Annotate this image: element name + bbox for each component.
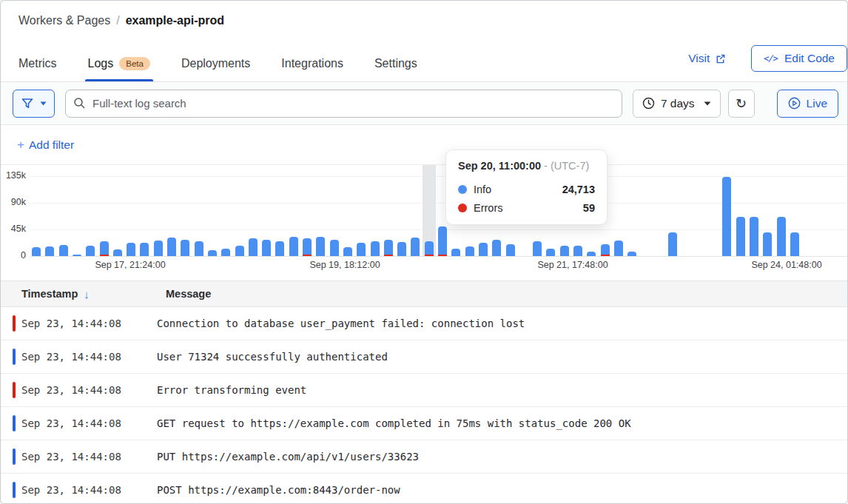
- log-table-body: Sep 23, 14:44:08Connection to database u…: [1, 307, 847, 504]
- tab-logs[interactable]: LogsBeta: [88, 57, 150, 81]
- search-input[interactable]: [65, 90, 622, 118]
- tab-metrics[interactable]: Metrics: [18, 57, 57, 81]
- tab-label: Logs: [88, 57, 114, 70]
- chart-bar[interactable]: [546, 249, 555, 256]
- log-row[interactable]: Sep 23, 14:44:08POST https://example.com…: [1, 474, 847, 504]
- chart-tooltip: Sep 20, 11:00:00 - (UTC-7) Info24,713Err…: [445, 149, 608, 225]
- chart-bar[interactable]: [587, 252, 596, 256]
- chart-bar[interactable]: [533, 241, 542, 256]
- chart-bar[interactable]: [601, 244, 610, 256]
- log-row[interactable]: Sep 23, 14:44:08PUT https://example.com/…: [1, 440, 847, 474]
- log-row[interactable]: Sep 23, 14:44:08GET request to https://e…: [1, 407, 847, 440]
- series-dot-icon: [458, 204, 467, 212]
- tab-integrations[interactable]: Integrations: [281, 57, 343, 81]
- chart-bar[interactable]: [167, 238, 176, 256]
- chart-bar[interactable]: [303, 238, 312, 256]
- refresh-button[interactable]: ↻: [728, 90, 755, 118]
- chart-bar[interactable]: [560, 246, 569, 256]
- chart-bar-error-segment: [601, 255, 610, 256]
- tab-label: Settings: [374, 57, 417, 70]
- chart-bar[interactable]: [275, 241, 284, 256]
- visit-link[interactable]: Visit: [684, 51, 730, 66]
- plus-icon: +: [17, 138, 24, 152]
- chart-bar[interactable]: [289, 237, 298, 256]
- chart-bar[interactable]: [492, 240, 501, 256]
- chart-bar[interactable]: [627, 252, 636, 256]
- log-row[interactable]: Sep 23, 14:44:08Error transforming event: [1, 374, 847, 407]
- y-axis-tick: 135k: [1, 170, 26, 181]
- breadcrumb-current: example-api-prod: [126, 14, 224, 27]
- chart-bar[interactable]: [438, 226, 447, 256]
- chart-bar[interactable]: [425, 241, 434, 256]
- time-range-dropdown[interactable]: 7 days: [633, 90, 721, 118]
- chart-bar[interactable]: [451, 249, 460, 256]
- log-row[interactable]: Sep 23, 14:44:08User 71324 successfully …: [1, 340, 847, 374]
- column-header-message[interactable]: Message: [166, 288, 211, 300]
- code-icon: </>: [763, 53, 778, 64]
- chart-bar[interactable]: [45, 246, 54, 256]
- chart-bar[interactable]: [750, 217, 758, 256]
- chart-bar[interactable]: [357, 243, 366, 256]
- y-axis-tick: 90k: [1, 197, 26, 207]
- info-level-indicator: [13, 482, 16, 498]
- sort-desc-icon: ↓: [84, 288, 90, 300]
- chart-bar[interactable]: [384, 240, 393, 256]
- chart-bar[interactable]: [722, 177, 731, 256]
- chart-bar[interactable]: [221, 249, 230, 256]
- chart-bar-error-segment: [425, 255, 434, 256]
- caret-down-icon: [704, 101, 711, 106]
- tab-settings[interactable]: Settings: [374, 57, 417, 81]
- chart-bar[interactable]: [371, 241, 380, 256]
- log-timestamp: Sep 23, 14:44:08: [21, 351, 157, 363]
- log-message: PUT https://example.com/api/v1/users/336…: [157, 451, 419, 463]
- filter-menu-button[interactable]: [13, 90, 55, 118]
- chart-bar[interactable]: [86, 246, 95, 256]
- chart-bar[interactable]: [235, 246, 244, 256]
- column-header-timestamp[interactable]: Timestamp ↓: [21, 288, 166, 300]
- tooltip-title: Sep 20, 11:00:00 - (UTC-7): [458, 160, 595, 172]
- breadcrumb-section[interactable]: Workers & Pages: [18, 14, 110, 27]
- log-message: POST https://example.com:8443/order-now: [157, 484, 400, 496]
- chart-bar[interactable]: [195, 241, 203, 256]
- log-timestamp: Sep 23, 14:44:08: [21, 484, 157, 496]
- chart-bar[interactable]: [154, 241, 163, 256]
- chart-bar[interactable]: [411, 238, 420, 256]
- chart-bar[interactable]: [140, 243, 149, 256]
- chart-bar[interactable]: [32, 247, 41, 256]
- chart-bar[interactable]: [208, 250, 217, 256]
- chart-bar[interactable]: [777, 217, 786, 256]
- chart-bar[interactable]: [316, 237, 325, 256]
- chart-bar[interactable]: [479, 243, 488, 256]
- chart-bar[interactable]: [262, 240, 271, 256]
- tab-list: MetricsLogsBetaDeploymentsIntegrationsSe…: [18, 57, 417, 81]
- chart-bar[interactable]: [614, 241, 623, 256]
- add-filter-row: + Add filter: [1, 125, 847, 165]
- chart-bar[interactable]: [59, 245, 68, 256]
- chart-bar[interactable]: [181, 240, 189, 256]
- chart-bar[interactable]: [100, 241, 109, 256]
- chart-bar[interactable]: [249, 238, 258, 256]
- chart-bar[interactable]: [736, 217, 745, 256]
- chart-bar[interactable]: [127, 243, 135, 256]
- chart-bar[interactable]: [465, 246, 474, 256]
- add-filter-button[interactable]: + Add filter: [13, 137, 78, 153]
- edit-code-button[interactable]: </> Edit Code: [751, 45, 847, 72]
- chart-bar[interactable]: [397, 242, 406, 256]
- chart-bar[interactable]: [573, 246, 582, 256]
- live-button[interactable]: Live: [777, 90, 838, 118]
- chart-bar[interactable]: [113, 249, 122, 256]
- log-row[interactable]: Sep 23, 14:44:08Connection to database u…: [1, 307, 847, 340]
- log-volume-chart: 135k90k45k0Sep 17, 21:24:00Sep 19, 18:12…: [1, 165, 847, 280]
- chart-bar[interactable]: [763, 232, 772, 256]
- chart-bar[interactable]: [343, 247, 352, 256]
- tab-deployments[interactable]: Deployments: [181, 57, 250, 81]
- tooltip-row-errors: Errors59: [458, 202, 595, 214]
- chart-bar[interactable]: [506, 244, 515, 256]
- chart-bar[interactable]: [330, 240, 339, 256]
- filter-bar: 7 days ↻ Live: [1, 82, 847, 125]
- chart-bar[interactable]: [790, 232, 799, 256]
- breadcrumb: Workers & Pages / example-api-prod: [18, 14, 224, 27]
- chart-bar[interactable]: [73, 255, 81, 256]
- chart-bar[interactable]: [668, 232, 677, 256]
- error-level-indicator: [13, 315, 16, 332]
